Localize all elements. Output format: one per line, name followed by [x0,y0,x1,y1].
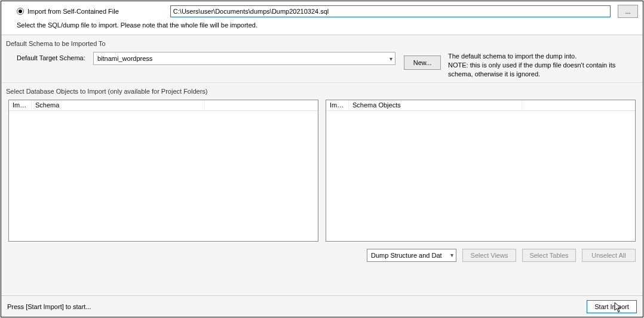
file-path-input[interactable] [170,5,611,17]
status-text: Press [Start Import] to start... [7,303,91,310]
default-target-schema-select[interactable]: bitnami_wordpress ▾ [93,52,395,65]
objects-section-header: Select Database Objects to Import (only … [1,88,643,95]
schema-note-line1: The default schema to import the dump in… [448,52,638,61]
import-hint-text: Select the SQL/dump file to import. Plea… [6,21,638,29]
dump-content-select[interactable]: Dump Structure and Dat ▾ [367,249,456,262]
start-import-button[interactable]: Start Import [587,300,637,313]
unselect-all-button: Unselect All [582,249,636,262]
browse-file-button[interactable]: ... [618,5,638,18]
col-spacer-left [205,104,318,106]
chevron-down-icon: ▾ [450,252,453,258]
default-target-schema-value: bitnami_wordpress [97,55,152,62]
schema-section-header: Default Schema to be Imported To [6,40,638,47]
import-self-contained-radio[interactable] [17,8,24,15]
new-schema-button[interactable]: New... [404,55,441,70]
dump-content-value: Dump Structure and Dat [371,252,442,259]
schema-note-line2: NOTE: this is only used if the dump file… [448,61,638,79]
schema-objects-table[interactable]: Imp... Schema Objects [326,100,636,242]
select-views-button: Select Views [462,249,516,262]
col-schema: Schema [32,100,205,110]
import-self-contained-label: Import from Self-Contained File [27,8,119,15]
chevron-down-icon: ▾ [390,55,392,62]
default-target-schema-label: Default Target Schema: [17,52,88,61]
col-imp-left: Imp... [9,100,32,110]
schema-list-table[interactable]: Imp... Schema [8,100,318,242]
col-imp-right: Imp... [326,100,349,110]
select-tables-button: Select Tables [522,249,576,262]
col-schema-objects: Schema Objects [349,100,522,110]
col-spacer-right [522,104,635,106]
